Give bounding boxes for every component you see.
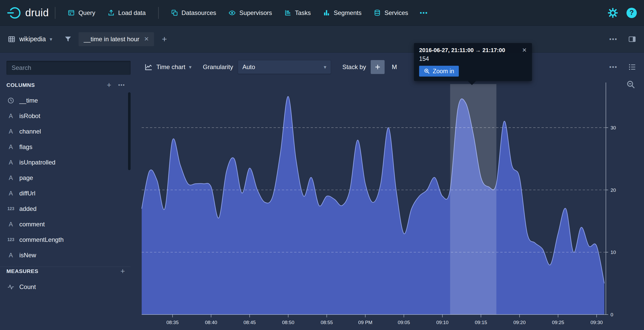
nav-item-query[interactable]: Query xyxy=(62,0,101,26)
column-item-added[interactable]: 123 added xyxy=(0,201,128,217)
datasource-selector[interactable]: wikipedia ▾ xyxy=(8,35,52,43)
query-icon xyxy=(68,9,75,16)
filter-bar-right: ⋯ xyxy=(609,35,636,43)
measures-header: MEASURES + xyxy=(0,266,131,277)
column-item-comment[interactable]: A comment xyxy=(0,217,128,232)
measure-label-clipped: M xyxy=(392,63,397,71)
plus-icon xyxy=(374,64,381,70)
x-tick-label: 08:55 xyxy=(321,320,333,325)
nav-label: Services xyxy=(384,9,408,16)
panel-icon xyxy=(628,35,636,43)
x-tick-label: 08:50 xyxy=(282,320,294,325)
nav-item-segments[interactable]: Segments xyxy=(317,0,368,26)
remove-filter-icon[interactable]: ✕ xyxy=(144,36,149,43)
nav-label: Supervisors xyxy=(239,9,272,16)
add-column-button[interactable]: + xyxy=(107,81,111,89)
column-item-channel[interactable]: A channel xyxy=(0,124,128,139)
zoom-in-label: Zoom in xyxy=(433,68,454,75)
druid-logo[interactable]: druid xyxy=(7,6,49,20)
stack-by-add-button[interactable] xyxy=(371,60,385,74)
list-icon xyxy=(628,63,636,71)
x-tick-label: 09:05 xyxy=(398,320,410,325)
add-filter-button[interactable]: + xyxy=(162,34,167,44)
column-item-flags[interactable]: A flags xyxy=(0,139,128,155)
column-item-isRobot[interactable]: A isRobot xyxy=(0,108,128,124)
segments-icon xyxy=(323,9,330,16)
tooltip-pointer xyxy=(468,81,476,85)
top-navbar: druid Query Load data Da xyxy=(0,0,644,26)
nav-item-supervisors[interactable]: Supervisors xyxy=(222,0,278,26)
y-tick-label: 30 xyxy=(611,125,616,130)
chart-options-button[interactable] xyxy=(628,63,636,71)
column-item-isUnpatrolled[interactable]: A isUnpatrolled xyxy=(0,155,128,170)
nav-label: Tasks xyxy=(295,9,311,16)
tasks-icon xyxy=(284,9,291,16)
column-item-page[interactable]: A page xyxy=(0,170,128,186)
x-tick-label: 09:25 xyxy=(552,320,564,325)
columns-more-button[interactable]: ⋯ xyxy=(118,81,125,89)
column-item-__time[interactable]: __time xyxy=(0,93,128,108)
add-measure-button[interactable]: + xyxy=(120,267,125,276)
chart-toolbar: Time chart ▾ Granularity Auto ▾ Stack by… xyxy=(145,60,636,74)
services-icon xyxy=(374,9,381,16)
column-item-isNew[interactable]: A isNew xyxy=(0,248,128,263)
filter-chip[interactable]: __time in latest hour ✕ xyxy=(79,32,154,46)
navbar-right: ? xyxy=(608,8,637,18)
string-type-icon: A xyxy=(6,190,15,197)
nav-label: Segments xyxy=(334,9,361,16)
settings-button[interactable] xyxy=(608,8,618,18)
sidebar-scrollbar[interactable] xyxy=(128,92,131,170)
measure-item-count[interactable]: Count xyxy=(0,279,128,295)
chart-type-select[interactable]: Time chart ▾ xyxy=(145,63,192,71)
caret-down-icon: ▾ xyxy=(324,64,326,70)
selection-band[interactable] xyxy=(450,84,496,315)
zoom-in-button[interactable]: Zoom in xyxy=(419,66,459,77)
help-button[interactable]: ? xyxy=(626,8,637,18)
filter-bar-more-button[interactable]: ⋯ xyxy=(609,35,618,43)
search-input[interactable] xyxy=(6,61,131,75)
tooltip-close-icon[interactable]: ✕ xyxy=(519,47,527,54)
y-tick-label: 20 xyxy=(611,187,616,193)
nav-item-datasources[interactable]: Datasources xyxy=(165,0,223,26)
granularity-label: Granularity xyxy=(203,63,233,71)
panel-toggle-button[interactable] xyxy=(628,35,636,43)
chart-type-label: Time chart xyxy=(156,63,185,71)
measures-list: Count xyxy=(0,279,128,295)
chart-toolbar-right: ⋯ xyxy=(609,63,636,71)
nav-label: Query xyxy=(78,9,95,16)
string-type-icon: A xyxy=(6,252,15,259)
divider xyxy=(55,7,55,19)
granularity-select[interactable]: Auto ▾ xyxy=(238,60,331,74)
pulse-icon xyxy=(6,283,15,291)
zoom-out-button[interactable] xyxy=(626,80,635,89)
y-tick-label: 0 xyxy=(611,312,613,317)
x-tick-label: 09:10 xyxy=(436,320,449,325)
brand-name: druid xyxy=(25,7,49,19)
time-chart[interactable]: 08:3508:4008:4508:5008:5509 PM09:0509:10… xyxy=(135,53,644,330)
zoom-out-icon xyxy=(626,80,635,89)
table-icon xyxy=(8,35,15,43)
string-type-icon: A xyxy=(6,174,15,182)
chart-more-button[interactable]: ⋯ xyxy=(609,63,618,71)
nav-item-services[interactable]: Services xyxy=(368,0,414,26)
x-tick-label: 09:15 xyxy=(475,320,487,325)
x-tick-label: 08:35 xyxy=(166,320,179,325)
column-item-diffUrl[interactable]: A diffUrl xyxy=(0,186,128,201)
x-tick-label: 09 PM xyxy=(358,320,372,325)
nav-item-tasks[interactable]: Tasks xyxy=(278,0,317,26)
string-type-icon: A xyxy=(6,128,15,135)
y-tick-label: 10 xyxy=(611,250,616,255)
columns-header: COLUMNS + ⋯ xyxy=(0,79,131,91)
help-icon: ? xyxy=(626,8,637,18)
nav-label: Load data xyxy=(118,9,146,16)
string-type-icon: A xyxy=(6,159,15,166)
datasource-name: wikipedia xyxy=(19,35,46,43)
nav-more-button[interactable]: ⋯ xyxy=(414,8,434,18)
nav-item-load-data[interactable]: Load data xyxy=(101,0,152,26)
measures-header-label: MEASURES xyxy=(6,268,38,274)
number-type-icon: 123 xyxy=(6,237,15,242)
load-data-icon xyxy=(108,9,115,16)
column-item-commentLength[interactable]: 123 commentLength xyxy=(0,232,128,248)
x-tick-label: 09:30 xyxy=(590,320,603,325)
divider xyxy=(158,7,159,19)
